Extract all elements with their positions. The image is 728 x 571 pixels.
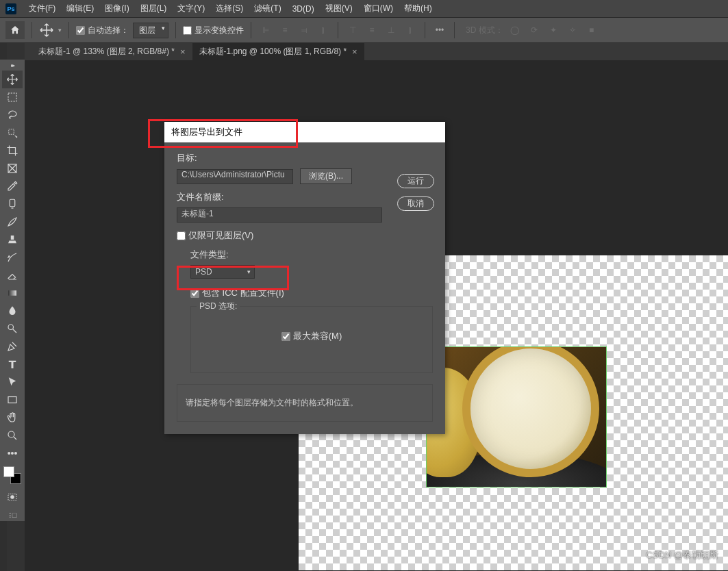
menu-window[interactable]: 窗口(W)	[358, 3, 399, 14]
layer-selection-frame[interactable]	[426, 346, 607, 487]
move-tool[interactable]	[2, 71, 23, 88]
auto-select-checkbox[interactable]: 自动选择：	[76, 25, 129, 36]
export-layers-dialog: 将图层导出到文件 运行 取消 目标: C:\Users\Administrato…	[164, 122, 445, 434]
distribute-v-icon: ⫿	[403, 23, 418, 38]
psd-options-group: PSD 选项: 最大兼容(M)	[190, 306, 433, 373]
show-transform-checkbox[interactable]: 显示变换控件	[183, 25, 244, 36]
3d-pan-icon: ✦	[546, 23, 561, 38]
3d-mode-label: 3D 模式：	[466, 25, 503, 36]
menu-view[interactable]: 视图(V)	[320, 3, 358, 14]
brush-tool[interactable]	[2, 213, 23, 231]
options-bar: ▾ 自动选择： 图层 显示变换控件 ⊫ ≡ ⫤ ⫿ ⊤ ≡ ⊥ ⫿ ••• 3D…	[0, 17, 728, 43]
color-swatch[interactable]	[3, 466, 21, 484]
close-icon[interactable]: ×	[180, 47, 186, 57]
tools-panel: ▸▸ ••• ⫶□	[0, 60, 25, 521]
move-tool-icon[interactable]	[39, 23, 54, 38]
visible-only-checkbox[interactable]: 仅限可见图层(V)	[177, 229, 433, 242]
3d-slide-icon: ✧	[565, 23, 580, 38]
align-bottom-icon: ⊥	[384, 23, 399, 38]
dialog-title: 将图层导出到文件	[164, 122, 445, 142]
include-icc-checkbox[interactable]: 包含 ICC 配置文件(I)	[190, 287, 433, 299]
more-options-icon[interactable]: •••	[432, 23, 447, 38]
hint-text: 请指定将每个图层存储为文件时的格式和位置。	[177, 384, 433, 422]
healing-brush-tool[interactable]	[2, 195, 23, 213]
destination-label: 目标:	[177, 152, 433, 164]
marquee-tool[interactable]	[2, 88, 23, 106]
3d-roll-icon: ⟳	[527, 23, 542, 38]
align-center-h-icon: ≡	[277, 23, 292, 38]
frame-tool[interactable]	[2, 160, 23, 177]
document-tabs: 未标题-1 @ 133% (图层 2, RGB/8#) *× 未标题-1.png…	[25, 43, 728, 60]
app-logo: Ps	[5, 3, 16, 14]
edit-toolbar-icon[interactable]: ⫶□	[4, 509, 21, 521]
svg-point-7	[8, 431, 14, 437]
svg-rect-1	[9, 129, 14, 135]
file-type-label: 文件类型:	[190, 249, 433, 261]
prefix-label: 文件名前缀:	[177, 191, 433, 203]
align-left-icon: ⊫	[258, 23, 273, 38]
pen-tool[interactable]	[2, 338, 23, 355]
zoom-tool[interactable]	[2, 427, 23, 444]
menu-edit[interactable]: 编辑(E)	[61, 3, 99, 14]
file-type-dropdown[interactable]: PSD	[190, 265, 255, 279]
rectangle-tool[interactable]	[2, 391, 23, 409]
tab-doc-1[interactable]: 未标题-1 @ 133% (图层 2, RGB/8#) *×	[32, 43, 192, 60]
svg-rect-6	[8, 397, 16, 403]
menubar: Ps 文件(F) 编辑(E) 图像(I) 图层(L) 文字(Y) 选择(S) 滤…	[0, 0, 728, 17]
crop-tool[interactable]	[2, 142, 23, 160]
gradient-tool[interactable]	[2, 284, 23, 302]
pear-image	[427, 347, 606, 487]
menu-image[interactable]: 图像(I)	[99, 3, 134, 14]
browse-button[interactable]: 浏览(B)...	[300, 168, 352, 184]
psd-options-legend: PSD 选项:	[197, 301, 240, 312]
lasso-tool[interactable]	[2, 106, 23, 124]
hand-tool[interactable]	[2, 409, 23, 427]
3d-camera-icon: ■	[584, 23, 599, 38]
svg-rect-3	[10, 199, 15, 207]
distribute-h-icon: ⫿	[316, 23, 331, 38]
svg-rect-4	[8, 290, 16, 296]
3d-orbit-icon: ◯	[507, 23, 523, 38]
auto-select-dropdown[interactable]: 图层	[133, 23, 168, 38]
menu-help[interactable]: 帮助(H)	[399, 3, 438, 14]
home-button[interactable]	[5, 21, 25, 39]
svg-point-5	[8, 325, 14, 330]
clone-stamp-tool[interactable]	[2, 231, 23, 249]
more-tools[interactable]: •••	[2, 444, 23, 462]
dodge-tool[interactable]	[2, 320, 23, 338]
menu-file[interactable]: 文件(F)	[23, 3, 61, 14]
blur-tool[interactable]	[2, 302, 23, 320]
menu-layer[interactable]: 图层(L)	[135, 3, 173, 14]
collapse-icon[interactable]: ▸▸	[2, 61, 23, 69]
history-brush-tool[interactable]	[2, 249, 23, 266]
tab-doc-2[interactable]: 未标题-1.png @ 100% (图层 1, RGB/8) *×	[192, 43, 364, 60]
align-center-v-icon: ≡	[364, 23, 379, 38]
prefix-input[interactable]: 未标题-1	[177, 207, 382, 223]
path-select-tool[interactable]	[2, 373, 23, 391]
align-right-icon: ⫤	[297, 23, 312, 38]
svg-rect-0	[8, 93, 16, 101]
max-compat-checkbox[interactable]: 最大兼容(M)	[281, 330, 342, 342]
align-top-icon: ⊤	[345, 23, 360, 38]
eraser-tool[interactable]	[2, 266, 23, 284]
eyedropper-tool[interactable]	[2, 177, 23, 195]
menu-type[interactable]: 文字(Y)	[172, 3, 210, 14]
close-icon[interactable]: ×	[352, 47, 357, 57]
quick-mask-tool[interactable]	[2, 488, 23, 506]
menu-3d[interactable]: 3D(D)	[287, 4, 320, 14]
menu-select[interactable]: 选择(S)	[210, 3, 249, 14]
cancel-button[interactable]: 取消	[397, 196, 434, 211]
destination-input[interactable]: C:\Users\Administrator\Pictu	[177, 169, 293, 184]
svg-point-9	[11, 496, 14, 499]
run-button[interactable]: 运行	[397, 174, 434, 188]
quick-select-tool[interactable]	[2, 124, 23, 142]
watermark: CSDN @泰勒朗斯	[646, 549, 718, 561]
menu-filter[interactable]: 滤镜(T)	[249, 3, 286, 14]
type-tool[interactable]	[2, 355, 23, 373]
